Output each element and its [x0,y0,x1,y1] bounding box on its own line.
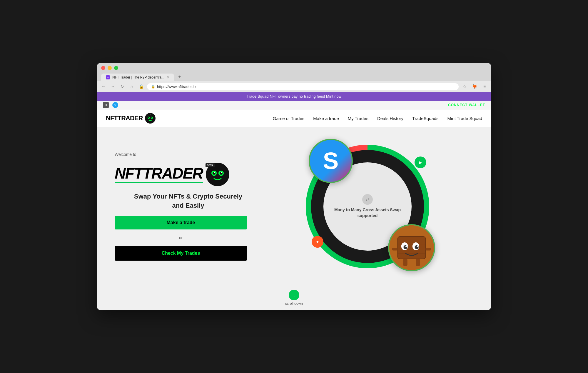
home-button[interactable]: ⌂ [128,83,135,90]
nav-game-of-trades[interactable]: Game of Trades [273,116,305,121]
nav-trade-squads[interactable]: TradeSquads [412,116,439,121]
svg-point-12 [214,172,215,173]
svg-point-3 [148,117,149,118]
address-bar[interactable]: 🔒 https://www.nfttrader.io [147,83,459,90]
nav-make-a-trade[interactable]: Make a trade [313,116,339,121]
brand-underline [115,182,203,183]
tab-close-button[interactable]: ✕ [167,76,169,79]
nfttrader-logo: NFTTRADER BETA [115,166,203,183]
menu-icon[interactable]: ≡ [481,83,488,90]
refresh-button[interactable]: ↻ [119,83,126,90]
discord-icon[interactable]: D [103,102,109,108]
forward-button[interactable]: → [109,83,116,90]
nav-my-trades[interactable]: My Trades [348,116,368,121]
minimize-button[interactable] [108,66,112,70]
https-lock-icon: 🔒 [151,85,155,89]
svg-point-10 [213,172,216,175]
nav-links: Game of Trades Make a trade My Trades De… [273,116,482,121]
svg-rect-29 [416,259,420,266]
make-trade-button[interactable]: Make a trade [115,216,247,229]
social-bar: D 𝕏 CONNECT WALLET [97,101,491,109]
url-text: https://www.nfttrader.io [157,84,196,89]
ring-arrow-top[interactable]: ▶ [415,156,426,168]
svg-point-23 [417,245,418,247]
hero-left: Welcome to NFTTRADER BETA [115,152,262,261]
website-content: Trade Squad NFT owners pay no trading fe… [97,92,491,310]
twitter-icon[interactable]: 𝕏 [112,102,118,108]
main-navigation: NFTTRADER Game of Trades Make a trade My… [97,109,491,127]
ring-arrow-bottom[interactable]: ▼ [312,236,323,248]
address-bar-row: ← → ↻ ⌂ 🔒 🔒 https://www.nfttrader.io ☆ 🦊… [97,81,491,92]
svg-point-6 [150,114,151,116]
nav-deals-history[interactable]: Deals History [377,116,403,121]
active-tab[interactable]: N NFT Trader | The P2P decentra... ✕ [101,74,174,81]
character-body [389,225,434,270]
logo-text: NFTTRADER [106,114,143,122]
social-icons: D 𝕏 [103,102,118,108]
svg-rect-26 [392,248,398,251]
lock-indicator: 🔒 [138,83,145,90]
hero-right: ⇄ Many to Many Cross Assets Swap support… [262,145,473,268]
or-divider-text: or [115,235,247,240]
twitter-label: 𝕏 [114,104,116,107]
swap-icon: ⇄ [362,194,373,205]
logo-area: NFTTRADER [106,113,156,124]
beta-badge: BETA [206,163,215,167]
nft-card-s: S [309,139,353,183]
bookmark-icon[interactable]: ☆ [461,83,468,90]
welcome-text: Welcome to [115,152,136,157]
logo-mascot-icon [145,113,156,124]
svg-point-22 [405,245,407,247]
svg-point-13 [221,172,222,173]
back-button[interactable]: ← [100,83,107,90]
traffic-lights [101,66,487,70]
nft-card-character [388,224,435,271]
scroll-down-button[interactable]: ↓ [289,290,299,300]
promo-text: Trade Squad NFT owners pay no trading fe… [247,94,341,99]
maximize-button[interactable] [114,66,118,70]
connect-wallet-button[interactable]: CONNECT WALLET [448,103,485,107]
close-button[interactable] [101,66,105,70]
browser-chrome: N NFT Trader | The P2P decentra... ✕ + [97,63,491,81]
promo-banner[interactable]: Trade Squad NFT owners pay no trading fe… [97,92,491,101]
tab-title: NFT Trader | The P2P decentra... [112,75,164,79]
svg-rect-27 [426,248,431,251]
svg-point-14 [216,166,219,169]
letter-s-display: S [323,147,338,174]
extensions-icon[interactable]: 🦊 [471,83,478,90]
hero-section: Welcome to NFTTRADER BETA [97,127,491,285]
new-tab-button[interactable]: + [175,72,184,81]
tagline-text: Swap Your NFTs & Crypto Securely and Eas… [115,192,262,210]
browser-icons-right: ☆ 🦊 ≡ [461,83,488,90]
brand-logo-area: NFTTRADER BETA [115,163,229,186]
tab-favicon: N [106,75,110,79]
svg-point-4 [151,117,153,118]
nav-mint-trade-squad[interactable]: Mint Trade Squad [447,116,482,121]
svg-rect-28 [403,259,407,266]
check-trades-button[interactable]: Check My Trades [115,246,247,261]
scroll-down-area: ↓ scroll down [97,285,491,310]
swap-label-text: Many to Many Cross Assets Swap supported [334,207,401,219]
scroll-down-text: scroll down [285,302,303,306]
svg-point-11 [220,172,223,175]
brand-name-text: NFTTRADER [115,166,203,181]
browser-window: N NFT Trader | The P2P decentra... ✕ + ←… [97,63,491,310]
discord-label: D [105,104,107,107]
circle-visualization: ⇄ Many to Many Cross Assets Swap support… [306,145,429,268]
tab-bar: N NFT Trader | The P2P decentra... ✕ + [101,72,487,81]
